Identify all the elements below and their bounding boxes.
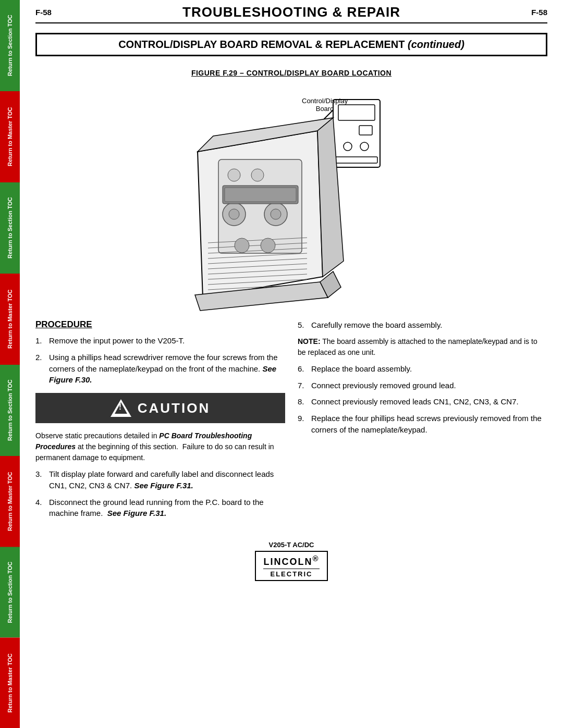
figure-title: FIGURE F.29 – CONTROL/DISPLAY BOARD LOCA…: [35, 69, 547, 77]
step-6-text: Replace the board assembly.: [311, 363, 547, 375]
page-number-right: F-58: [531, 8, 547, 17]
svg-point-11: [228, 169, 240, 181]
svg-rect-18: [225, 188, 296, 202]
step-8: 8. Connect previously removed leads CN1,…: [298, 396, 547, 408]
nav-group-2: Return to Section TOC Return to Master T…: [0, 182, 20, 365]
page-number-left: F-58: [35, 8, 52, 17]
step-2-num: 2.: [35, 352, 46, 386]
caution-label: CAUTION: [138, 400, 210, 416]
caution-triangle-icon: !: [111, 399, 131, 417]
section-title-main: CONTROL/DISPLAY BOARD REMOVAL & REPLACEM…: [118, 39, 405, 50]
step-4: 4. Disconnect the ground lead running fr…: [35, 497, 285, 520]
svg-point-14: [229, 209, 239, 219]
step-4-text: Disconnect the ground lead running from …: [49, 497, 285, 520]
model-label: V205-T AC/DC: [35, 541, 547, 549]
main-content: F-58 TROUBLESHOOTING & REPAIR F-58 CONTR…: [20, 0, 563, 597]
return-master-toc-4[interactable]: Return to Master TOC: [0, 638, 20, 729]
section-title-italic: (continued): [408, 39, 464, 50]
step-3: 3. Tilt display plate forward and carefu…: [35, 468, 285, 491]
procedure-title: PROCEDURE: [35, 319, 285, 330]
step-2: 2. Using a phillips head screwdriver rem…: [35, 352, 285, 386]
return-master-toc-1[interactable]: Return to Master TOC: [0, 91, 20, 182]
note-label: NOTE:: [298, 337, 321, 346]
caution-text: Observe static precautions detailed in P…: [35, 430, 285, 463]
logo-inner: LINCOLN® ELECTRIC: [263, 554, 319, 578]
side-navigation: Return to Section TOC Return to Master T…: [0, 0, 20, 728]
step-9-num: 9.: [298, 413, 308, 436]
note-text: The board assembly is attached to the na…: [298, 337, 537, 356]
svg-point-29: [235, 238, 249, 253]
caution-exclaim-icon: !: [119, 402, 121, 412]
step-5-text: Carefully remove the board assembly.: [311, 319, 547, 331]
figure-label: Control/Display Board: [302, 97, 348, 113]
step-8-num: 8.: [298, 396, 308, 408]
step-7-num: 7.: [298, 380, 308, 391]
step-2-text: Using a phillips head screwdriver remove…: [49, 352, 285, 386]
note-block: NOTE: The board assembly is attached to …: [298, 336, 547, 358]
svg-point-16: [271, 209, 281, 219]
procedure-left-column: PROCEDURE 1. Remove the input power to t…: [35, 319, 285, 524]
section-title: CONTROL/DISPLAY BOARD REMOVAL & REPLACEM…: [35, 33, 547, 56]
svg-point-12: [251, 169, 264, 181]
step-9: 9. Replace the four phillips head screws…: [298, 413, 547, 436]
return-section-toc-3[interactable]: Return to Section TOC: [0, 365, 20, 456]
procedure-right-column: 5. Carefully remove the board assembly. …: [298, 319, 547, 524]
step-1-text: Remove the input power to the V205-T.: [49, 335, 285, 347]
step-1-num: 1.: [35, 335, 46, 347]
electric-text: ELECTRIC: [271, 570, 313, 578]
lincoln-text: LINCOLN: [263, 557, 312, 567]
registered-mark: ®: [312, 554, 319, 563]
svg-point-30: [261, 238, 275, 253]
caution-box: ! CAUTION: [35, 393, 285, 423]
svg-point-5: [344, 142, 352, 151]
step-4-num: 4.: [35, 497, 46, 520]
step-1: 1. Remove the input power to the V205-T.: [35, 335, 285, 347]
nav-group-3: Return to Section TOC Return to Master T…: [0, 365, 20, 547]
step-7: 7. Connect previously removed ground lea…: [298, 380, 547, 391]
page-header: F-58 TROUBLESHOOTING & REPAIR F-58: [35, 0, 547, 23]
step-3-num: 3.: [35, 468, 46, 491]
step-5-num: 5.: [298, 319, 308, 331]
svg-rect-7: [336, 157, 377, 163]
step-5: 5. Carefully remove the board assembly.: [298, 319, 547, 331]
return-section-toc-4[interactable]: Return to Section TOC: [0, 547, 20, 638]
step-6: 6. Replace the board assembly.: [298, 363, 547, 375]
return-master-toc-3[interactable]: Return to Master TOC: [0, 456, 20, 547]
page-title: TROUBLESHOOTING & REPAIR: [52, 4, 531, 20]
step-6-num: 6.: [298, 363, 308, 375]
lincoln-brand-name: LINCOLN®: [263, 554, 319, 569]
return-section-toc-1[interactable]: Return to Section TOC: [0, 0, 20, 91]
step-9-text: Replace the four phillips head screws pr…: [311, 413, 547, 436]
return-master-toc-2[interactable]: Return to Master TOC: [0, 274, 20, 365]
procedure-section: PROCEDURE 1. Remove the input power to t…: [35, 319, 547, 524]
nav-group-1: Return to Section TOC Return to Master T…: [0, 0, 20, 182]
step-7-text: Connect previously removed ground lead.: [311, 380, 547, 391]
nav-group-4: Return to Section TOC Return to Master T…: [0, 547, 20, 728]
figure-area: Control/Display Board: [35, 80, 547, 313]
return-section-toc-2[interactable]: Return to Section TOC: [0, 182, 20, 274]
device-illustration: [166, 89, 417, 313]
svg-rect-4: [359, 126, 372, 135]
step-8-text: Connect previously removed leads CN1, CN…: [311, 396, 547, 408]
lincoln-electric-logo: LINCOLN® ELECTRIC: [255, 551, 327, 581]
page-footer: V205-T AC/DC LINCOLN® ELECTRIC: [35, 537, 547, 581]
svg-point-6: [360, 142, 369, 151]
step-3-text: Tilt display plate forward and carefully…: [49, 468, 285, 491]
